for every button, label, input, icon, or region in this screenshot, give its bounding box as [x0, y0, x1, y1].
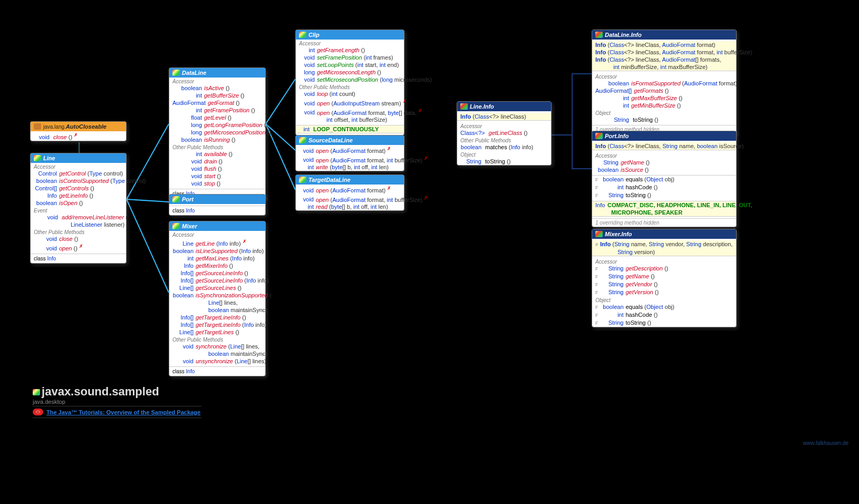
section-label: Other Public Methods — [457, 137, 551, 143]
method-row: InfogetLineInfo () — [31, 192, 126, 199]
method-row: Info[]getTargetLineInfo () — [169, 314, 265, 321]
method-row: floatgetLevel () — [169, 114, 265, 121]
method-row: FStringtoString () — [592, 319, 736, 327]
method-row: Info[]getSourceLineInfo () — [169, 269, 265, 277]
method-row: void close () ✗ — [31, 131, 126, 141]
interface-autocloseable: java.lang.AutoCloseable void close () ✗ — [30, 121, 127, 141]
section-label: Other Public Methods — [31, 228, 126, 235]
line-footer: class Info — [31, 254, 126, 263]
method-row: longgetMicrosecondPosition () — [169, 129, 265, 136]
method-row: longgetMicrosecondLength () — [296, 69, 404, 76]
method-row: voidunsynchronize (Line[] lines) — [169, 357, 265, 365]
class-lineinfo: Line.Info Info (Class<?> lineClass) Acce… — [457, 101, 552, 166]
method-row: StringgetName () — [592, 159, 736, 166]
method-row: LinegetLine (Info info) ✗ — [169, 238, 265, 247]
interface-line: Line Accessor ControlgetControl (Type co… — [30, 153, 127, 264]
mixer-header: Mixer — [169, 221, 265, 231]
method-row: FStringgetVendor () — [592, 280, 736, 288]
lineinfo-title: Line.Info — [470, 103, 494, 110]
method-row: Info[]getTargetLineInfo (Info info) — [169, 321, 265, 328]
method-row: Class<?> getLineClass () — [457, 129, 551, 137]
method-row: voidclose () — [31, 235, 126, 243]
ctor-block: Info (Class<?> lineClass, AudioFormat fo… — [592, 41, 736, 71]
port-title: Port — [182, 196, 194, 202]
method-row: Line[]getSourceLines () — [169, 284, 265, 292]
clip-title: Clip — [308, 32, 320, 38]
method-row: boolean matches (Info info) — [457, 143, 551, 151]
mixer-title: Mixer — [182, 223, 197, 229]
mixerinfo-title: Mixer.Info — [605, 231, 632, 237]
credit-link[interactable]: www.falkhausen.de — [803, 440, 848, 446]
interface-icon — [172, 223, 180, 229]
method-row-cont: Line[] lines, — [169, 299, 265, 306]
method-row-cont: boolean maintainSync) — [169, 350, 265, 357]
method-row: voidopen (AudioFormat format, int buffer… — [296, 194, 404, 203]
datalineinfo-title: DataLine.Info — [605, 32, 642, 38]
lineinfo-header: Line.Info — [457, 102, 551, 111]
method-row: intgetMinBufferSize () — [592, 102, 736, 109]
method-row: AudioFormat[]getFormats () — [592, 87, 736, 94]
method-row: voidsetLoopPoints (int start, int end) — [296, 61, 404, 69]
method-row-cont: boolean maintainSync) — [169, 306, 265, 314]
datalineinfo-header: DataLine.Info — [592, 30, 736, 40]
method-row: voidopen (AudioInputStream stream) ✗ — [296, 98, 404, 107]
svg-line-1 — [127, 124, 169, 199]
class-icon — [595, 32, 603, 38]
method-row-cont: int offset, int bufferSize) — [296, 116, 404, 123]
method-row: booleanisRunning () — [169, 136, 265, 143]
method-row: voidopen (AudioFormat format, int buffer… — [296, 154, 404, 164]
method-row: voidopen () ✗ — [31, 243, 126, 252]
method-row: intgetFrameLength () — [296, 46, 404, 54]
svg-line-5 — [266, 124, 295, 150]
method-row: intavailable () — [169, 150, 265, 158]
method-row: voidsynchronize (Line[] lines, — [169, 343, 265, 350]
section-label: Other Public Methods — [296, 83, 404, 90]
mixer-footer: class Info — [169, 366, 265, 376]
method-row: Fbooleanequals (Object obj) — [592, 303, 736, 311]
method-row: voidopen (AudioFormat format, byte[] dat… — [296, 107, 404, 117]
package-module: java.desktop — [33, 399, 65, 405]
interface-icon — [172, 196, 180, 202]
section-label: Accessor — [169, 77, 265, 84]
method-row: intwrite (byte[] b, int off, int len) — [296, 163, 404, 171]
portinfo-title: Port.Info — [605, 133, 629, 139]
interface-icon — [34, 155, 41, 161]
method-row-cont: LineListener listener) — [31, 221, 126, 228]
method-row: booleanisLineSupported (Info info) — [169, 247, 265, 255]
section-label: Accessor — [31, 163, 126, 170]
ctor-row: Info (Class<?> lineClass, String name, b… — [592, 142, 736, 150]
autocloseable-header: java.lang.AutoCloseable — [31, 122, 126, 131]
port-header: Port — [169, 195, 265, 204]
method-row: voidopen (AudioFormat format) ✗ — [296, 145, 404, 154]
method-row: String toString () — [592, 116, 736, 123]
package-title: javax.sound.sampled java.desktop — [33, 385, 159, 405]
method-row: booleanisActive () — [169, 84, 265, 92]
interface-icon — [299, 177, 306, 183]
ctor-block: #Info (String name, String vendor, Strin… — [592, 240, 736, 256]
section-label: Event — [31, 207, 126, 214]
method-row: booleanisFormatSupported (AudioFormat fo… — [592, 80, 736, 87]
method-row: FStringgetVersion () — [592, 288, 736, 296]
sourcedataline-header: SourceDataLine — [296, 135, 404, 145]
method-row: Control[]getControls () — [31, 185, 126, 192]
method-row: void add/removeLineListener ( — [31, 214, 126, 221]
interface-icon — [172, 70, 180, 76]
clip-header: Clip — [296, 30, 404, 40]
oracle-badge-icon: ⬭ — [33, 409, 43, 415]
tutorial-link[interactable]: ⬭ The Java™ Tutorials: Overview of the S… — [33, 406, 201, 418]
port-footer: class Info — [169, 206, 265, 215]
line-title: Line — [43, 155, 55, 161]
method-row: voidsetMicrosecondPosition (long microse… — [296, 76, 404, 83]
line-header: Line — [31, 153, 126, 163]
autocloseable-title: AutoCloseable — [66, 123, 107, 130]
portinfo-constants: Info COMPACT_DISC, HEADPHONE, LINE_IN, L… — [592, 201, 736, 217]
ctor-row: Info (Class<?> lineClass) — [457, 113, 551, 121]
section-label: Accessor — [169, 231, 265, 238]
class-portinfo: Port.Info Info (Class<?> lineClass, Stri… — [592, 131, 737, 227]
class-datalineinfo: DataLine.Info Info (Class<?> lineClass, … — [592, 30, 737, 134]
section-label: Accessor — [592, 258, 736, 265]
hidden-note: 1 overriding method hidden — [592, 218, 736, 227]
class-mixerinfo: Mixer.Info #Info (String name, String ve… — [592, 229, 737, 327]
section-label: Other Public Methods — [169, 336, 265, 343]
method-row: voidflush () — [169, 165, 265, 172]
